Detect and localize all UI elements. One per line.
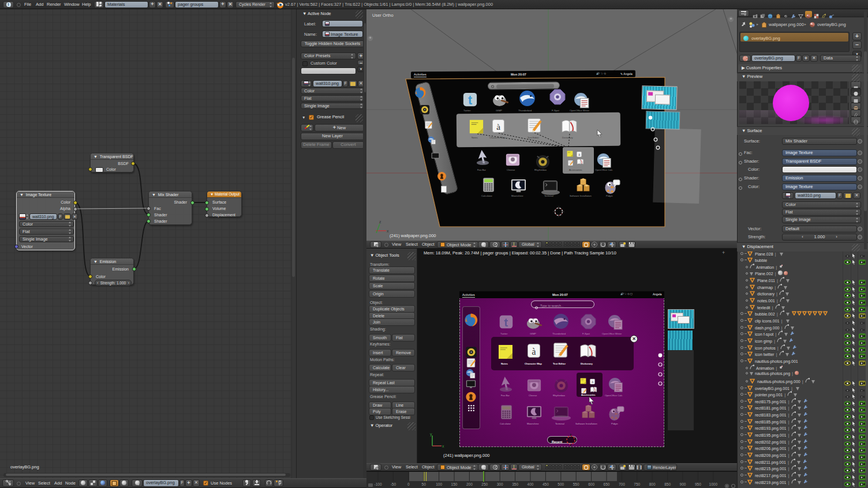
svg-text:y: y — [430, 432, 432, 437]
svg-text:à: à — [496, 122, 500, 132]
svg-text:x: x — [387, 229, 389, 233]
svg-text:z: z — [379, 220, 381, 224]
svg-text:x: x — [442, 444, 444, 448]
svg-text:à: à — [532, 347, 536, 356]
svg-text:t: t — [504, 316, 508, 329]
svg-text:à: à — [578, 152, 580, 156]
svg-text:à: à — [592, 380, 593, 384]
